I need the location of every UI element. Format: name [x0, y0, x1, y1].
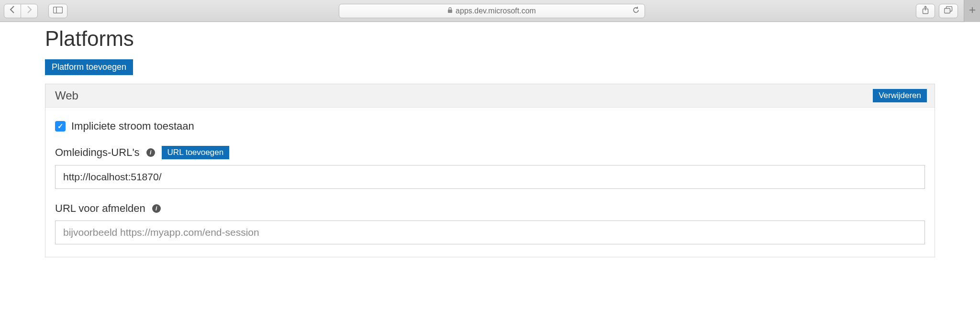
svg-rect-2 — [448, 10, 452, 13]
redirect-urls-label: Omleidings-URL's — [55, 146, 140, 159]
page-title: Platforms — [45, 27, 935, 51]
logout-url-input[interactable] — [55, 220, 925, 244]
addressbar-container: apps.dev.microsoft.com — [71, 4, 912, 18]
platform-card-web: Web Verwijderen ✓ Impliciete stroom toes… — [45, 84, 935, 257]
add-url-button[interactable]: URL toevoegen — [162, 146, 230, 159]
new-tab-button[interactable] — [964, 0, 980, 22]
implicit-flow-checkbox[interactable]: ✓ — [55, 121, 66, 132]
info-icon[interactable]: i — [152, 204, 161, 213]
nav-buttons — [4, 4, 38, 18]
lock-icon — [447, 7, 453, 15]
toolbar-right — [916, 4, 958, 18]
card-title: Web — [55, 89, 78, 102]
logout-url-label: URL voor afmelden — [55, 202, 145, 215]
chevron-left-icon — [10, 6, 15, 16]
svg-rect-0 — [54, 7, 63, 13]
add-platform-button[interactable]: Platform toevoegen — [45, 59, 133, 75]
reload-icon — [632, 6, 640, 14]
delete-platform-button[interactable]: Verwijderen — [873, 89, 927, 102]
back-button[interactable] — [4, 4, 21, 18]
card-body: ✓ Impliciete stroom toestaan Omleidings-… — [45, 108, 935, 257]
redirect-urls-label-row: Omleidings-URL's i URL toevoegen — [55, 146, 925, 159]
share-button[interactable] — [916, 4, 935, 18]
check-icon: ✓ — [57, 122, 64, 131]
implicit-flow-label: Impliciete stroom toestaan — [71, 120, 194, 132]
tabs-icon — [944, 6, 953, 16]
page-content: Platforms Platform toevoegen Web Verwijd… — [0, 22, 980, 267]
chevron-right-icon — [26, 6, 32, 16]
sidebar-icon — [53, 7, 63, 15]
tabs-button[interactable] — [939, 4, 958, 18]
browser-toolbar: apps.dev.microsoft.com — [0, 0, 980, 22]
svg-rect-6 — [945, 8, 950, 13]
addressbar[interactable]: apps.dev.microsoft.com — [339, 4, 645, 18]
card-header: Web Verwijderen — [45, 84, 935, 108]
info-icon[interactable]: i — [146, 148, 155, 157]
share-icon — [922, 6, 929, 16]
plus-icon — [969, 7, 976, 15]
addressbar-text: apps.dev.microsoft.com — [456, 7, 536, 15]
forward-button[interactable] — [21, 4, 38, 18]
logout-url-label-row: URL voor afmelden i — [55, 202, 925, 215]
reload-button[interactable] — [632, 6, 640, 16]
redirect-url-input[interactable] — [55, 165, 925, 189]
implicit-flow-row: ✓ Impliciete stroom toestaan — [55, 120, 925, 132]
sidebar-toggle-button[interactable] — [48, 4, 67, 18]
